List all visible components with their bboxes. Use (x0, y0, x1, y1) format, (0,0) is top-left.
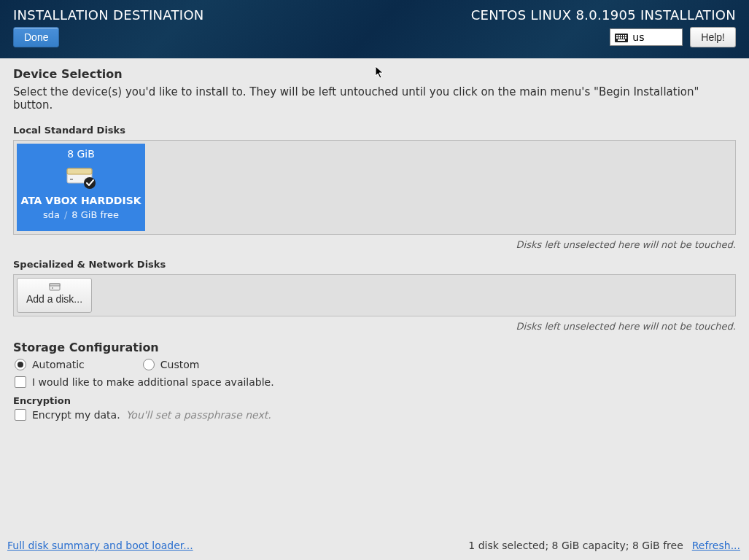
svg-rect-1 (616, 35, 618, 36)
header-bar: INSTALLATION DESTINATION Done CENTOS LIN… (0, 0, 749, 58)
svg-rect-2 (618, 35, 620, 36)
local-disks-container: 8 GiB ATA VBOX HARDDISK sda/8 GiB free (13, 140, 736, 235)
svg-rect-11 (618, 39, 625, 41)
keyboard-icon (615, 33, 628, 42)
svg-rect-5 (625, 35, 626, 36)
product-title: CENTOS LINUX 8.0.1905 INSTALLATION (471, 7, 736, 23)
disk-tile-sda[interactable]: 8 GiB ATA VBOX HARDDISK sda/8 GiB free (17, 144, 145, 231)
storage-automatic-radio[interactable]: Automatic (15, 359, 85, 370)
refresh-link[interactable]: Refresh... (692, 540, 740, 551)
disk-subinfo: sda/8 GiB free (43, 209, 119, 220)
checkbox-icon (15, 376, 26, 388)
main-content: Device Selection Select the device(s) yo… (0, 58, 749, 535)
footer-bar: Full disk summary and boot loader... 1 d… (0, 535, 749, 560)
storage-config-title: Storage Configuration (13, 341, 736, 354)
svg-rect-6 (616, 37, 618, 39)
network-disks-hint: Disks left unselected here will not be t… (13, 321, 736, 332)
svg-rect-3 (621, 35, 622, 36)
add-disk-button[interactable]: Add a disk... (17, 278, 92, 313)
storage-custom-radio[interactable]: Custom (143, 359, 200, 370)
encrypt-data-label: Encrypt my data. (32, 409, 120, 421)
local-disks-hint: Disks left unselected here will not be t… (13, 239, 736, 250)
radio-icon (143, 359, 155, 370)
harddisk-icon (64, 164, 98, 189)
add-disk-label: Add a disk... (26, 293, 82, 305)
checkbox-icon (15, 409, 26, 421)
keyboard-layout-indicator[interactable]: us (610, 28, 683, 46)
svg-point-16 (84, 177, 96, 189)
reclaim-space-label: I would like to make additional space av… (32, 376, 274, 388)
disk-free: 8 GiB free (71, 209, 119, 220)
help-button[interactable]: Help! (690, 27, 736, 47)
disk-model-name: ATA VBOX HARDDISK (20, 195, 141, 206)
svg-point-19 (52, 287, 53, 289)
network-disks-label: Specialized & Network Disks (13, 259, 736, 270)
selection-status: 1 disk selected; 8 GiB capacity; 8 GiB f… (468, 540, 683, 551)
svg-rect-9 (623, 37, 624, 39)
svg-rect-4 (623, 35, 624, 36)
encryption-title: Encryption (13, 395, 736, 406)
svg-rect-7 (618, 37, 620, 39)
keyboard-layout-label: us (632, 31, 644, 43)
svg-rect-13 (67, 168, 92, 174)
header-right: CENTOS LINUX 8.0.1905 INSTALLATION us He… (471, 7, 736, 51)
radio-icon (15, 359, 26, 370)
encrypt-hint: You'll set a passphrase next. (126, 409, 271, 421)
disk-summary-link[interactable]: Full disk summary and boot loader... (7, 540, 193, 551)
svg-rect-8 (621, 37, 622, 39)
svg-rect-14 (70, 179, 73, 180)
svg-rect-10 (625, 37, 626, 39)
add-disk-icon (49, 281, 61, 292)
encrypt-data-checkbox[interactable]: Encrypt my data. You'll set a passphrase… (15, 409, 736, 421)
page-title: INSTALLATION DESTINATION (13, 7, 204, 23)
svg-rect-18 (50, 284, 60, 286)
device-selection-title: Device Selection (13, 67, 736, 81)
storage-automatic-label: Automatic (32, 359, 85, 370)
network-disks-container: Add a disk... (13, 274, 736, 316)
header-left: INSTALLATION DESTINATION Done (13, 7, 204, 51)
done-button[interactable]: Done (13, 27, 59, 47)
local-disks-label: Local Standard Disks (13, 125, 736, 136)
disk-dev: sda (43, 209, 60, 220)
device-selection-desc: Select the device(s) you'd like to insta… (13, 85, 736, 112)
disk-size: 8 GiB (67, 148, 95, 160)
storage-custom-label: Custom (160, 359, 200, 370)
reclaim-space-checkbox[interactable]: I would like to make additional space av… (15, 376, 736, 388)
